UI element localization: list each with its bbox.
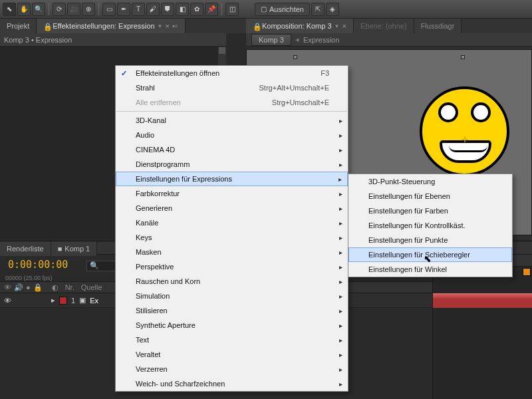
eye-icon[interactable]: 👁: [4, 283, 11, 291]
submenu-item[interactable]: Einstellungen für Farben: [348, 203, 512, 218]
puppet-tool-icon[interactable]: 📌: [205, 3, 218, 16]
selection-tool-icon[interactable]: ⬉: [3, 3, 16, 16]
tab-composition[interactable]: 🔒 Komposition: Komp 3 ▼ ×: [246, 19, 354, 33]
active-marker-icon[interactable]: [523, 268, 531, 276]
shy-icon[interactable]: ◐: [52, 283, 59, 292]
smiley-eye-left: [438, 102, 458, 122]
menu-item-label: Kanäle: [136, 219, 158, 227]
breadcrumb-item[interactable]: Komp 3: [251, 34, 291, 46]
anchor-tool-icon[interactable]: ⊕: [82, 3, 95, 16]
smiley-layer[interactable]: [420, 86, 509, 176]
stamp-tool-icon[interactable]: ⛊: [161, 3, 174, 16]
tab-flowchart[interactable]: Flussdiagr: [414, 19, 462, 33]
brush-tool-icon[interactable]: 🖌: [146, 3, 160, 16]
eye-toggle-icon[interactable]: 👁: [4, 297, 11, 305]
snap-tool-icon[interactable]: ⇱: [311, 3, 325, 16]
menu-item[interactable]: 3D-Kanal: [116, 113, 348, 128]
menu-item[interactable]: StrahlStrg+Alt+Umschalt+E: [116, 80, 348, 95]
hand-tool-icon[interactable]: ✋: [17, 3, 31, 16]
tab-timeline-comp[interactable]: ■ Komp 1: [51, 241, 98, 256]
eraser-tool-icon[interactable]: ◧: [176, 3, 189, 16]
menu-item[interactable]: Veraltet: [116, 347, 348, 362]
col-source: Quelle: [81, 283, 102, 291]
close-icon[interactable]: ×: [165, 22, 169, 30]
menu-item[interactable]: Text: [116, 332, 348, 347]
menu-item[interactable]: Einstellungen für Expressions: [116, 172, 348, 186]
menu-item-label: Stilisieren: [136, 307, 168, 315]
layer-duration-bar[interactable]: [433, 293, 532, 308]
menu-item-label: Alle entfernen: [136, 98, 181, 106]
menu-item-label: Masken: [136, 248, 162, 256]
close-icon[interactable]: ×: [342, 22, 346, 30]
comp-handle-tl[interactable]: [293, 55, 297, 59]
search-icon: 🔍: [90, 261, 99, 270]
lock-icon: 🔒: [43, 23, 50, 29]
effects-context-menu: Effekteinstellungen öffnenF3StrahlStrg+A…: [115, 65, 348, 392]
menu-item[interactable]: Synthetic Aperture: [116, 318, 348, 332]
speaker-icon[interactable]: 🔊: [14, 283, 23, 292]
menu-item-label: Generieren: [136, 204, 172, 212]
chevron-down-icon[interactable]: ▼: [334, 23, 340, 29]
panel-tabs-row: Projekt 🔒 Effekteinstellungen: Expressio…: [0, 19, 532, 33]
snap-options-icon[interactable]: ◈: [326, 3, 339, 16]
menu-item-label: Einstellungen für Expressions: [136, 175, 232, 183]
menu-item-label: Weich- und Scharfzeichnen: [136, 380, 225, 388]
menu-item[interactable]: Rauschen und Korn: [116, 274, 348, 289]
menu-item[interactable]: Effekteinstellungen öffnenF3: [116, 66, 348, 80]
menu-separator: [116, 111, 347, 112]
submenu-item[interactable]: Einstellungen für Ebenen: [348, 189, 512, 203]
menu-item[interactable]: Farbkorrektur: [116, 186, 348, 201]
solo-icon[interactable]: ●: [26, 283, 31, 291]
submenu-item[interactable]: Einstellungen für Kontrollkäst.: [348, 218, 512, 233]
lock-icon[interactable]: 🔒: [33, 283, 43, 292]
camera-tool-icon[interactable]: 🎥: [67, 3, 80, 16]
submenu-item[interactable]: Einstellungen für Winkel: [348, 262, 512, 277]
menu-item-label: Synthetic Aperture: [136, 321, 196, 329]
smiley-eye-right: [471, 102, 491, 122]
comp-type-icon: ▣: [79, 296, 86, 305]
layer-index: 1: [71, 297, 75, 305]
layer-name[interactable]: Ex: [90, 297, 98, 305]
tab-render-queue[interactable]: Renderliste: [0, 241, 51, 256]
menu-item[interactable]: Dienstprogramm: [116, 157, 348, 172]
menu-item[interactable]: CINEMA 4D: [116, 142, 348, 157]
menu-item[interactable]: Stilisieren: [116, 303, 348, 318]
rotate-tool-icon[interactable]: ⟳: [53, 3, 66, 16]
panel-menu-icon[interactable]: ▾≡: [172, 23, 178, 29]
type-tool-icon[interactable]: T: [132, 3, 145, 16]
menu-item[interactable]: Generieren: [116, 201, 348, 215]
menu-item[interactable]: Kanäle: [116, 215, 348, 230]
submenu-item[interactable]: Einstellungen für Punkte: [348, 233, 512, 247]
menu-item[interactable]: Weich- und Scharfzeichnen: [116, 376, 348, 391]
menu-item[interactable]: Keys: [116, 230, 348, 245]
menu-item-label: Farbkorrektur: [136, 190, 180, 198]
submenu-item-label: Einstellungen für Winkel: [368, 265, 447, 273]
menu-item[interactable]: Masken: [116, 245, 348, 259]
pen-tool-icon[interactable]: ✒: [117, 3, 130, 16]
chevron-down-icon[interactable]: ▼: [158, 23, 163, 29]
twirl-icon[interactable]: ▸: [51, 296, 55, 305]
tab-project[interactable]: Projekt: [0, 19, 37, 33]
menu-item[interactable]: Alle entfernenStrg+Umschalt+E: [116, 95, 348, 110]
menu-item[interactable]: Simulation: [116, 289, 348, 303]
rotobrush-tool-icon[interactable]: ✿: [190, 3, 203, 16]
menu-item-label: Text: [136, 336, 149, 344]
comp-handle-tc[interactable]: [461, 55, 465, 59]
menu-item[interactable]: Verzerren: [116, 362, 348, 376]
breadcrumb-item[interactable]: Expression: [303, 36, 339, 44]
anchor-point-icon[interactable]: ✛: [462, 135, 468, 144]
menu-item[interactable]: Audio: [116, 128, 348, 142]
tab-layer[interactable]: Ebene: (ohne): [354, 19, 414, 33]
layer-color-swatch[interactable]: [59, 297, 67, 305]
misc-tool-icon[interactable]: ◫: [225, 3, 239, 16]
menu-item[interactable]: Perspektive: [116, 259, 348, 274]
effect-controls-subtitle: Komp 3 • Expression: [0, 33, 226, 47]
menu-item-label: Simulation: [136, 292, 170, 300]
zoom-tool-icon[interactable]: 🔍: [32, 3, 45, 16]
current-timecode[interactable]: 0:00:00:00: [3, 256, 73, 273]
shape-tool-icon[interactable]: ▭: [102, 3, 116, 16]
scroll-up-icon[interactable]: [219, 47, 225, 54]
submenu-item[interactable]: 3D-Punkt-Steuerung: [348, 174, 512, 189]
tab-effect-controls[interactable]: 🔒 Effekteinstellungen: Expression ▼ × ▾≡: [37, 19, 185, 33]
align-toggle[interactable]: ▢ Ausrichten: [255, 3, 310, 16]
